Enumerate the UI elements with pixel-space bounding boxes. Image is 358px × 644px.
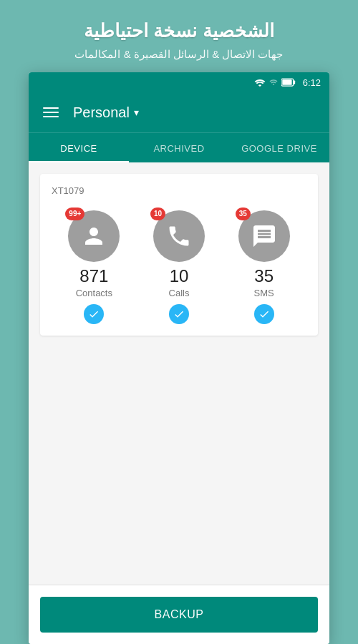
calls-item: 10 10 Calls bbox=[153, 210, 205, 324]
sms-badge: 35 bbox=[236, 208, 251, 220]
calls-count: 10 bbox=[170, 268, 189, 285]
contacts-check-icon bbox=[84, 304, 104, 324]
sms-check-icon bbox=[254, 304, 274, 324]
status-bar: 6:12 bbox=[29, 72, 329, 92]
tab-archived[interactable]: Archived bbox=[129, 133, 229, 162]
contacts-icon bbox=[81, 223, 107, 249]
profile-name: Personal bbox=[73, 104, 130, 121]
battery-icon bbox=[281, 78, 296, 87]
app-subtitle-arabic: جهات الاتصال & الرسائل القصيرة & المكالم… bbox=[74, 48, 283, 61]
tabs-bar: Device Archived Google Drive bbox=[29, 132, 329, 162]
tab-device[interactable]: Device bbox=[29, 133, 129, 162]
calls-check-icon bbox=[169, 304, 189, 324]
app-bar: Personal ▾ bbox=[29, 92, 329, 132]
calls-label: Calls bbox=[169, 288, 190, 298]
checkmark-icon bbox=[173, 308, 185, 320]
wifi-icon bbox=[254, 78, 266, 87]
app-name: Personal ▾ bbox=[73, 104, 139, 121]
tab-google-drive[interactable]: Google Drive bbox=[229, 133, 329, 162]
contacts-item: 99+ 871 Contacts bbox=[68, 210, 120, 324]
sms-icon bbox=[251, 223, 277, 249]
phone-icon bbox=[166, 223, 192, 249]
checkmark-icon bbox=[88, 308, 100, 320]
main-content: XT1079 99+ 871 Contacts bbox=[29, 162, 329, 585]
device-name: XT1079 bbox=[52, 185, 306, 196]
sms-item: 35 35 SMS bbox=[238, 210, 290, 324]
status-time: 6:12 bbox=[303, 77, 321, 88]
contacts-label: Contacts bbox=[76, 288, 112, 298]
svg-rect-2 bbox=[282, 79, 291, 85]
backup-button[interactable]: Backup bbox=[40, 597, 318, 633]
dropdown-arrow-icon[interactable]: ▾ bbox=[134, 107, 139, 118]
calls-badge: 10 bbox=[150, 208, 165, 220]
device-card: XT1079 99+ 871 Contacts bbox=[40, 174, 318, 336]
backup-button-container: Backup bbox=[29, 585, 329, 644]
calls-icon-wrapper: 10 bbox=[153, 210, 205, 262]
status-icons bbox=[254, 78, 296, 87]
signal-icon bbox=[268, 78, 279, 87]
contacts-icon-wrapper: 99+ bbox=[68, 210, 120, 262]
sms-count: 35 bbox=[254, 268, 274, 285]
app-title-arabic: الشخصية نسخة احتياطية bbox=[74, 20, 283, 42]
backup-items-row: 99+ 871 Contacts bbox=[52, 210, 306, 324]
sms-icon-wrapper: 35 bbox=[238, 210, 290, 262]
checkmark-icon bbox=[258, 308, 270, 320]
header-section: الشخصية نسخة احتياطية جهات الاتصال & الر… bbox=[60, 0, 297, 72]
contacts-badge: 99+ bbox=[65, 208, 84, 220]
svg-rect-1 bbox=[293, 81, 295, 84]
sms-label: SMS bbox=[254, 288, 274, 298]
contacts-count: 871 bbox=[79, 268, 108, 285]
phone-frame: 6:12 Personal ▾ Device Archived Google D… bbox=[29, 72, 329, 644]
hamburger-menu-button[interactable] bbox=[40, 104, 62, 120]
